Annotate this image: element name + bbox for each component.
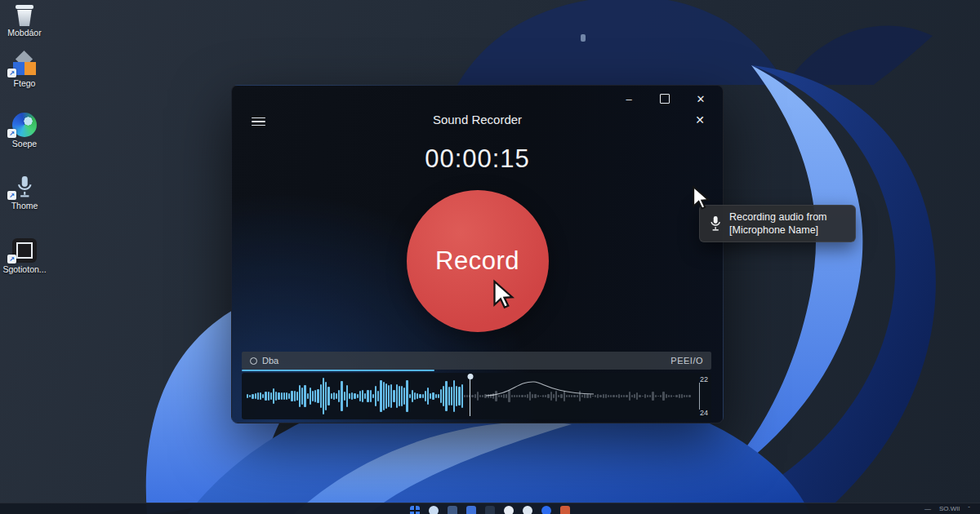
tray-text: SO.WIl: [939, 505, 960, 512]
waveform-panel: 22 24: [242, 373, 711, 419]
caption-buttons: – ✕: [617, 90, 713, 108]
shortcut-arrow-icon: ↗: [7, 129, 16, 138]
window-title: Sound Recorder: [232, 113, 723, 126]
taskbar-icon-start[interactable]: [410, 506, 420, 514]
wallpaper-artifact: [581, 34, 586, 42]
desktop: Mobdáor ↗ Ftego ↗ Soepe ↗ Thome ↗: [0, 0, 980, 514]
status-bar[interactable]: Dba PEEI/O: [242, 352, 711, 370]
tooltip-line2: [Microphone Name]: [729, 224, 827, 237]
shortcut-arrow-icon: ↗: [7, 191, 16, 200]
close-button[interactable]: ✕: [688, 90, 713, 108]
desktop-icon-voice-recorder[interactable]: ↗ Thome: [1, 173, 48, 211]
scale-top-label: 22: [700, 375, 708, 383]
playhead[interactable]: [470, 376, 471, 416]
recording-timer: 00:00:15: [232, 144, 723, 174]
scale-bottom-label: 24: [700, 409, 708, 417]
taskbar-icons: [0, 506, 980, 514]
envelope-curve: [486, 378, 594, 399]
status-left-label: Dba: [262, 356, 278, 366]
taskbar-icon-store[interactable]: [523, 506, 532, 514]
waveform-scale: 22 24: [690, 373, 708, 419]
sound-recorder-window: – ✕ Sound Recorder ✕ 00:00:15 Record Dba…: [231, 85, 724, 423]
taskbar-icon-photos[interactable]: [541, 506, 551, 514]
edge-browser-icon: ↗: [1, 111, 48, 137]
system-tray[interactable]: — SO.WIl ˆ: [924, 505, 970, 512]
desktop-icon-label: Soepe: [1, 140, 48, 149]
recycle-bin-icon: [1, 0, 48, 26]
shortcut-arrow-icon: ↗: [7, 255, 16, 264]
waveform-bars: [247, 373, 690, 419]
taskbar-icon-widgets[interactable]: [485, 506, 495, 514]
taskbar-icon-folder[interactable]: [466, 506, 476, 514]
taskbar-icon-mail[interactable]: [560, 506, 570, 514]
shortcut-arrow-icon: ↗: [7, 69, 16, 78]
taskbar-icon-search[interactable]: [429, 506, 439, 514]
secondary-close-icon[interactable]: ✕: [688, 112, 711, 128]
maximize-button[interactable]: [653, 90, 677, 108]
tray-dash: —: [924, 505, 931, 512]
menu-row: Sound Recorder ✕: [232, 110, 723, 131]
microphone-icon: ↗: [1, 173, 48, 199]
minimize-button[interactable]: –: [617, 90, 641, 108]
spotlight-icon: ↗: [1, 237, 48, 263]
progress-indicator[interactable]: [242, 370, 434, 372]
box-app-icon: ↗: [1, 51, 48, 77]
recording-tooltip: Recording audio from [Microphone Name]: [699, 205, 856, 242]
desktop-icon-recycle-bin[interactable]: Mobdáor: [1, 0, 48, 38]
microphone-icon: [708, 215, 723, 233]
tray-caret-icon: ˆ: [968, 505, 970, 512]
desktop-icon-edge[interactable]: ↗ Soepe: [1, 111, 48, 149]
desktop-icon-label: Ftego: [1, 79, 48, 89]
record-button[interactable]: Record: [407, 190, 549, 332]
status-circle-icon: [250, 357, 257, 365]
desktop-icon-spotlight[interactable]: ↗ Sgotioton...: [1, 237, 48, 275]
desktop-icon-box-app[interactable]: ↗ Ftego: [1, 51, 48, 89]
tooltip-line1: Recording audio from: [729, 210, 827, 224]
desktop-icon-label: Thome: [1, 202, 48, 211]
status-right-label: PEEI/O: [670, 356, 703, 366]
desktop-icon-label: Mobdáor: [1, 29, 48, 38]
maximize-icon: [660, 94, 670, 104]
desktop-icon-label: Sgotioton...: [1, 265, 48, 275]
record-button-label: Record: [435, 246, 519, 276]
taskbar-icon-edge[interactable]: [504, 506, 514, 514]
taskbar-icon-task-view[interactable]: [448, 506, 457, 514]
taskbar: — SO.WIl ˆ: [0, 503, 980, 514]
